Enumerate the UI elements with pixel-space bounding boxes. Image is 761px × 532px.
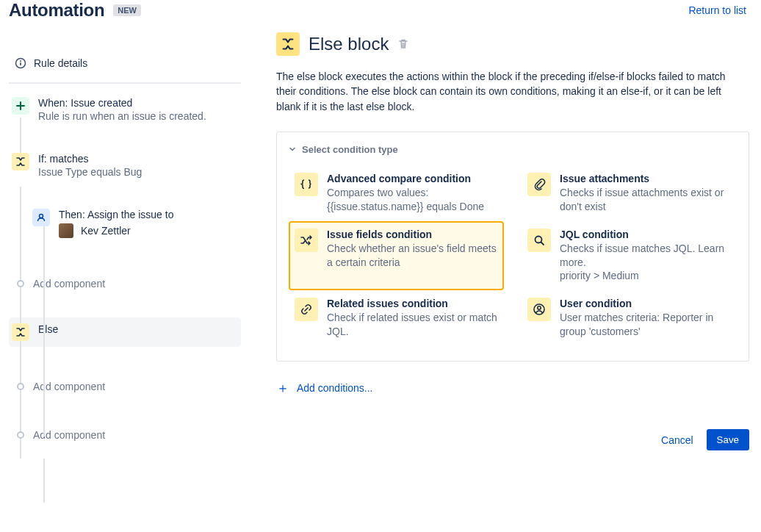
user-icon <box>32 209 50 226</box>
info-icon <box>15 57 26 69</box>
then-title: Then: Assign the issue to <box>59 209 238 220</box>
condition-title: Issue fields condition <box>327 229 498 240</box>
braces-icon <box>295 173 318 196</box>
branch-icon <box>12 153 29 170</box>
condition-title: Issue attachments <box>560 173 731 184</box>
svg-point-2 <box>20 60 21 62</box>
user-icon <box>527 298 551 321</box>
main-title: Else block <box>309 34 389 54</box>
condition-desc: Check if related issues exist or match J… <box>327 311 498 339</box>
when-sub: Rule is run when an issue is created. <box>38 110 238 122</box>
condition-desc: User matches criteria: Reporter in group… <box>560 311 731 339</box>
condition-jql[interactable]: JQL condition Checks if issue matches JQ… <box>522 221 737 291</box>
plus-icon <box>12 97 29 115</box>
new-badge: NEW <box>113 4 141 16</box>
condition-related-issues[interactable]: Related issues condition Check if relate… <box>289 290 504 346</box>
condition-if[interactable]: If: matches Issue Type equals Bug <box>9 147 241 184</box>
assignee-name: Kev Zettler <box>81 225 131 237</box>
add-conditions-label: Add conditions... <box>297 382 373 394</box>
link-icon <box>295 298 318 321</box>
panel-toggle[interactable]: Select condition type <box>289 144 737 155</box>
add-dot <box>17 431 24 439</box>
page-title: Automation <box>9 0 104 21</box>
condition-advanced-compare[interactable]: Advanced compare condition Compares two … <box>289 165 504 221</box>
when-title: When: Issue created <box>38 97 238 109</box>
trigger-when[interactable]: When: Issue created Rule is run when an … <box>9 91 241 128</box>
condition-desc: Check whether an issue's field meets a c… <box>327 242 498 270</box>
search-icon <box>527 229 551 252</box>
condition-title: Advanced compare condition <box>327 173 498 184</box>
plus-icon: ＋ <box>276 379 289 397</box>
branch-icon <box>12 323 29 341</box>
branch-icon <box>276 32 300 56</box>
shuffle-icon <box>295 229 318 252</box>
rule-details-label: Rule details <box>34 57 87 69</box>
condition-title: User condition <box>560 298 731 309</box>
rule-details-link[interactable]: Rule details <box>9 44 241 84</box>
avatar <box>59 223 73 238</box>
add-conditions-button[interactable]: ＋ Add conditions... <box>276 379 749 397</box>
panel-header-label: Select condition type <box>302 144 398 155</box>
condition-issue-fields[interactable]: Issue fields condition Check whether an … <box>289 221 504 291</box>
condition-user[interactable]: User condition User matches criteria: Re… <box>522 290 737 346</box>
chevron-down-icon <box>289 145 296 153</box>
add-dot <box>17 383 24 390</box>
cancel-button[interactable]: Cancel <box>661 434 693 446</box>
svg-point-6 <box>538 306 541 309</box>
condition-title: JQL condition <box>560 229 731 240</box>
return-to-list-link[interactable]: Return to list <box>688 4 746 16</box>
delete-icon[interactable] <box>397 38 409 50</box>
condition-title: Related issues condition <box>327 298 498 309</box>
description: The else block executes the actions with… <box>276 69 746 114</box>
add-dot <box>17 280 24 287</box>
condition-desc: Compares two values: {{issue.status.name… <box>327 186 498 214</box>
condition-panel: Select condition type Advanced compare c… <box>276 132 749 362</box>
if-sub: Issue Type equals Bug <box>38 166 238 178</box>
condition-desc: Checks if issue attachments exist or don… <box>560 186 731 214</box>
svg-point-3 <box>40 215 43 218</box>
save-button[interactable]: Save <box>707 429 749 450</box>
condition-issue-attachments[interactable]: Issue attachments Checks if issue attach… <box>522 165 737 221</box>
else-title: Else <box>38 323 238 335</box>
attachment-icon <box>527 173 551 196</box>
svg-rect-1 <box>20 62 21 65</box>
condition-desc: Checks if issue matches JQL. Learn more.… <box>560 242 731 284</box>
if-title: If: matches <box>38 153 238 165</box>
